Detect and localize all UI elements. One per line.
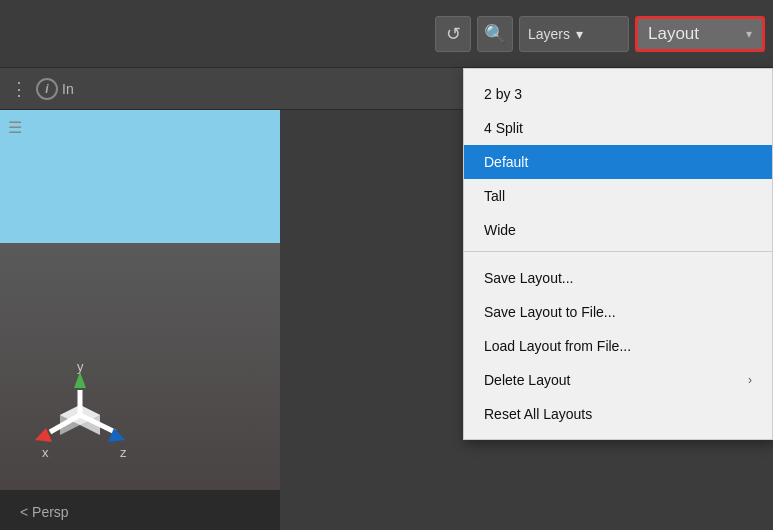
search-button[interactable]: 🔍 <box>477 16 513 52</box>
mid-separator <box>464 251 772 261</box>
delete-submenu-icon: › <box>748 373 752 387</box>
layout-item-save[interactable]: Save Layout... <box>464 261 772 295</box>
z-label: z <box>120 445 127 460</box>
layout-item-load-file-label: Load Layout from File... <box>484 338 631 354</box>
scene-view: ☰ x y z < Persp <box>0 110 280 530</box>
layout-item-4split-label: 4 Split <box>484 120 523 136</box>
search-icon: 🔍 <box>484 23 506 45</box>
scene-gizmo: x y z <box>20 360 140 480</box>
layout-item-tall-label: Tall <box>484 188 505 204</box>
layout-item-default[interactable]: Default <box>464 145 772 179</box>
y-label: y <box>77 360 84 374</box>
layout-item-delete[interactable]: Delete Layout › <box>464 363 772 397</box>
layout-item-2by3[interactable]: 2 by 3 <box>464 77 772 111</box>
more-options-icon[interactable]: ⋮ <box>6 78 32 100</box>
layout-arrow-icon: ▾ <box>746 27 752 41</box>
in-label: In <box>62 81 74 97</box>
layout-item-4split[interactable]: 4 Split <box>464 111 772 145</box>
info-icon: i <box>45 82 48 96</box>
layout-item-reset-all[interactable]: Reset All Layouts <box>464 397 772 431</box>
layout-item-save-file[interactable]: Save Layout to File... <box>464 295 772 329</box>
gizmo-svg: x y z <box>20 360 140 480</box>
layout-item-tall[interactable]: Tall <box>464 179 772 213</box>
top-separator <box>464 69 772 77</box>
y-arrow <box>74 372 86 388</box>
layout-item-save-label: Save Layout... <box>484 270 574 286</box>
scene-menu-icon[interactable]: ☰ <box>8 118 22 137</box>
layers-label: Layers <box>528 26 570 42</box>
layout-dropdown-button[interactable]: Layout ▾ <box>635 16 765 52</box>
layout-item-save-file-label: Save Layout to File... <box>484 304 616 320</box>
layout-item-wide[interactable]: Wide <box>464 213 772 247</box>
layout-item-default-label: Default <box>484 154 528 170</box>
layout-item-load-file[interactable]: Load Layout from File... <box>464 329 772 363</box>
bottom-separator <box>464 431 772 439</box>
layout-item-reset-all-label: Reset All Layouts <box>484 406 592 422</box>
main-toolbar: ↺ 🔍 Layers ▾ Layout ▾ <box>0 0 773 68</box>
layout-label: Layout <box>648 24 699 44</box>
x-label: x <box>42 445 49 460</box>
persp-label: < Persp <box>20 504 69 520</box>
history-icon: ↺ <box>446 23 461 45</box>
layout-item-delete-label: Delete Layout <box>484 372 570 388</box>
layers-arrow-icon: ▾ <box>576 26 583 42</box>
info-button[interactable]: i <box>36 78 58 100</box>
layout-item-2by3-label: 2 by 3 <box>484 86 522 102</box>
layers-dropdown[interactable]: Layers ▾ <box>519 16 629 52</box>
layout-item-wide-label: Wide <box>484 222 516 238</box>
layout-dropdown-menu: 2 by 3 4 Split Default Tall Wide Save La… <box>463 68 773 440</box>
history-button[interactable]: ↺ <box>435 16 471 52</box>
